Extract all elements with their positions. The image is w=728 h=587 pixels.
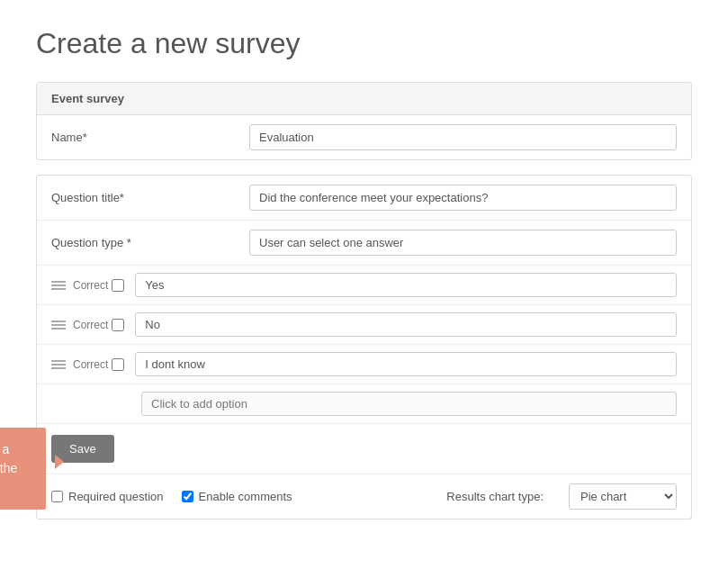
event-survey-card: Event survey Name* xyxy=(36,82,692,160)
correct-checkbox-2[interactable] xyxy=(112,319,124,331)
callout-text: Do you want to make a quiz? Tick off wha… xyxy=(0,442,17,494)
correct-checkbox-1[interactable] xyxy=(112,279,124,292)
name-input[interactable] xyxy=(249,124,677,150)
answer-input-3[interactable] xyxy=(135,352,677,376)
save-button-row: Save xyxy=(37,424,691,474)
name-row: Name* xyxy=(37,115,691,159)
question-title-label: Question title* xyxy=(51,191,249,204)
question-title-row: Question title* xyxy=(37,176,691,221)
required-question-item: Required question xyxy=(51,490,164,503)
enable-comments-label: Enable comments xyxy=(199,490,292,503)
drag-handle-3[interactable] xyxy=(51,360,66,369)
drag-handle-1[interactable] xyxy=(51,281,66,290)
correct-checkbox-3[interactable] xyxy=(112,358,124,371)
answer-row-3: Correct xyxy=(37,345,691,384)
name-label: Name* xyxy=(51,131,249,144)
answer-input-2[interactable] xyxy=(135,312,677,337)
question-card: Do you want to make a quiz? Tick off wha… xyxy=(36,175,692,519)
question-type-row: Question type * xyxy=(37,221,691,266)
footer-row: Required question Enable comments Result… xyxy=(37,474,691,519)
chart-type-label: Results chart type: xyxy=(446,490,544,503)
add-option-row xyxy=(37,384,691,424)
correct-label-1: Correct xyxy=(73,279,108,292)
question-type-label: Question type * xyxy=(51,236,249,249)
question-title-input[interactable] xyxy=(249,185,677,211)
callout-box: Do you want to make a quiz? Tick off wha… xyxy=(0,428,46,510)
drag-handle-2[interactable] xyxy=(51,321,66,330)
page-title: Create a new survey xyxy=(36,27,692,60)
enable-comments-checkbox[interactable] xyxy=(182,491,193,502)
event-survey-header: Event survey xyxy=(37,83,691,115)
question-type-input[interactable] xyxy=(249,230,677,256)
correct-label-2: Correct xyxy=(73,319,108,331)
enable-comments-item: Enable comments xyxy=(182,490,292,503)
chart-type-select[interactable]: Pie chart Bar chart Line chart xyxy=(569,483,677,510)
answer-row-1: Correct xyxy=(37,266,691,305)
answer-row-2: Correct xyxy=(37,305,691,345)
answer-input-1[interactable] xyxy=(135,273,677,297)
correct-label-3: Correct xyxy=(73,358,108,371)
add-option-input[interactable] xyxy=(141,392,677,416)
required-question-checkbox[interactable] xyxy=(51,491,63,502)
callout-arrow xyxy=(55,455,64,469)
required-question-label: Required question xyxy=(68,490,164,503)
